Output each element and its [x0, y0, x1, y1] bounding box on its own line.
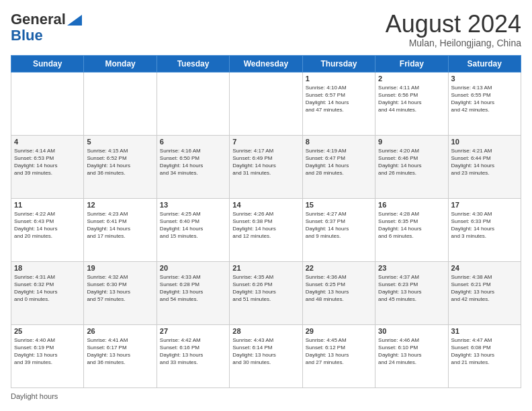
day-info: Sunrise: 4:42 AM Sunset: 6:16 PM Dayligh…	[160, 336, 226, 367]
day-number: 26	[87, 327, 153, 335]
day-number: 23	[378, 264, 445, 272]
page: General Blue August 2024 Mulan, Heilongj…	[0, 0, 532, 411]
table-row: 8Sunrise: 4:19 AM Sunset: 6:47 PM Daylig…	[302, 135, 375, 198]
day-number: 28	[232, 327, 299, 335]
day-number: 8	[306, 138, 372, 146]
day-number: 3	[451, 75, 518, 83]
table-row: 28Sunrise: 4:43 AM Sunset: 6:14 PM Dayli…	[230, 324, 302, 387]
day-number: 21	[232, 264, 299, 272]
table-row: 12Sunrise: 4:23 AM Sunset: 6:41 PM Dayli…	[84, 198, 157, 261]
day-number: 25	[14, 327, 81, 335]
col-saturday: Saturday	[448, 55, 521, 72]
day-info: Sunrise: 4:26 AM Sunset: 6:38 PM Dayligh…	[232, 210, 299, 240]
day-info: Sunrise: 4:22 AM Sunset: 6:43 PM Dayligh…	[14, 210, 81, 240]
day-number: 1	[306, 75, 372, 83]
col-tuesday: Tuesday	[157, 55, 229, 72]
daylight-label: Daylight hours	[11, 392, 58, 400]
day-info: Sunrise: 4:19 AM Sunset: 6:47 PM Dayligh…	[306, 147, 372, 177]
day-number: 7	[232, 138, 299, 146]
col-wednesday: Wednesday	[230, 55, 302, 72]
table-row: 3Sunrise: 4:13 AM Sunset: 6:55 PM Daylig…	[448, 72, 521, 135]
day-info: Sunrise: 4:31 AM Sunset: 6:32 PM Dayligh…	[14, 273, 81, 304]
calendar-week-row: 18Sunrise: 4:31 AM Sunset: 6:32 PM Dayli…	[11, 261, 521, 324]
day-info: Sunrise: 4:16 AM Sunset: 6:50 PM Dayligh…	[160, 147, 226, 177]
day-number: 12	[87, 201, 153, 209]
table-row: 5Sunrise: 4:15 AM Sunset: 6:52 PM Daylig…	[84, 135, 157, 198]
day-info: Sunrise: 4:32 AM Sunset: 6:30 PM Dayligh…	[87, 273, 153, 304]
day-info: Sunrise: 4:40 AM Sunset: 6:19 PM Dayligh…	[14, 336, 81, 367]
table-row: 11Sunrise: 4:22 AM Sunset: 6:43 PM Dayli…	[11, 198, 84, 261]
table-row	[230, 72, 302, 135]
col-thursday: Thursday	[302, 55, 375, 72]
table-row: 15Sunrise: 4:27 AM Sunset: 6:37 PM Dayli…	[302, 198, 375, 261]
logo-line1: General	[11, 11, 82, 28]
day-info: Sunrise: 4:43 AM Sunset: 6:14 PM Dayligh…	[232, 336, 299, 367]
calendar-header-row: Sunday Monday Tuesday Wednesday Thursday…	[11, 55, 521, 72]
day-number: 9	[378, 138, 445, 146]
table-row: 2Sunrise: 4:11 AM Sunset: 6:56 PM Daylig…	[375, 72, 448, 135]
table-row: 16Sunrise: 4:28 AM Sunset: 6:35 PM Dayli…	[375, 198, 448, 261]
table-row: 24Sunrise: 4:38 AM Sunset: 6:21 PM Dayli…	[448, 261, 521, 324]
table-row: 26Sunrise: 4:41 AM Sunset: 6:17 PM Dayli…	[84, 324, 157, 387]
table-row	[11, 72, 84, 135]
day-number: 27	[160, 327, 226, 335]
col-friday: Friday	[375, 55, 448, 72]
footer: Daylight hours	[11, 392, 521, 400]
day-number: 4	[14, 138, 81, 146]
day-info: Sunrise: 4:45 AM Sunset: 6:12 PM Dayligh…	[306, 336, 372, 367]
table-row: 14Sunrise: 4:26 AM Sunset: 6:38 PM Dayli…	[230, 198, 302, 261]
table-row: 4Sunrise: 4:14 AM Sunset: 6:53 PM Daylig…	[11, 135, 84, 198]
day-info: Sunrise: 4:15 AM Sunset: 6:52 PM Dayligh…	[87, 147, 153, 177]
header: General Blue August 2024 Mulan, Heilongj…	[11, 11, 521, 48]
day-number: 29	[306, 327, 372, 335]
table-row: 20Sunrise: 4:33 AM Sunset: 6:28 PM Dayli…	[157, 261, 229, 324]
day-info: Sunrise: 4:23 AM Sunset: 6:41 PM Dayligh…	[87, 210, 153, 240]
table-row: 9Sunrise: 4:20 AM Sunset: 6:46 PM Daylig…	[375, 135, 448, 198]
day-number: 14	[232, 201, 299, 209]
table-row: 30Sunrise: 4:46 AM Sunset: 6:10 PM Dayli…	[375, 324, 448, 387]
table-row	[157, 72, 229, 135]
calendar-table: Sunday Monday Tuesday Wednesday Thursday…	[11, 55, 521, 388]
table-row: 13Sunrise: 4:25 AM Sunset: 6:40 PM Dayli…	[157, 198, 229, 261]
day-info: Sunrise: 4:35 AM Sunset: 6:26 PM Dayligh…	[232, 273, 299, 304]
day-info: Sunrise: 4:11 AM Sunset: 6:56 PM Dayligh…	[378, 84, 445, 114]
day-number: 11	[14, 201, 81, 209]
table-row: 29Sunrise: 4:45 AM Sunset: 6:12 PM Dayli…	[302, 324, 375, 387]
day-number: 5	[87, 138, 153, 146]
svg-marker-0	[67, 15, 82, 26]
day-number: 22	[306, 264, 372, 272]
table-row: 25Sunrise: 4:40 AM Sunset: 6:19 PM Dayli…	[11, 324, 84, 387]
day-number: 10	[451, 138, 518, 146]
table-row: 23Sunrise: 4:37 AM Sunset: 6:23 PM Dayli…	[375, 261, 448, 324]
day-info: Sunrise: 4:46 AM Sunset: 6:10 PM Dayligh…	[378, 336, 445, 367]
day-number: 20	[160, 264, 226, 272]
day-info: Sunrise: 4:37 AM Sunset: 6:23 PM Dayligh…	[378, 273, 445, 304]
day-number: 24	[451, 264, 518, 272]
calendar-week-row: 11Sunrise: 4:22 AM Sunset: 6:43 PM Dayli…	[11, 198, 521, 261]
day-info: Sunrise: 4:27 AM Sunset: 6:37 PM Dayligh…	[306, 210, 372, 240]
table-row	[84, 72, 157, 135]
day-info: Sunrise: 4:30 AM Sunset: 6:33 PM Dayligh…	[451, 210, 518, 240]
table-row: 21Sunrise: 4:35 AM Sunset: 6:26 PM Dayli…	[230, 261, 302, 324]
day-number: 30	[378, 327, 445, 335]
logo-blue: Blue	[11, 28, 43, 43]
col-monday: Monday	[84, 55, 157, 72]
day-number: 31	[451, 327, 518, 335]
table-row: 7Sunrise: 4:17 AM Sunset: 6:49 PM Daylig…	[230, 135, 302, 198]
table-row: 10Sunrise: 4:21 AM Sunset: 6:44 PM Dayli…	[448, 135, 521, 198]
day-info: Sunrise: 4:20 AM Sunset: 6:46 PM Dayligh…	[378, 147, 445, 177]
day-number: 18	[14, 264, 81, 272]
table-row: 1Sunrise: 4:10 AM Sunset: 6:57 PM Daylig…	[302, 72, 375, 135]
table-row: 22Sunrise: 4:36 AM Sunset: 6:25 PM Dayli…	[302, 261, 375, 324]
logo-icon	[67, 15, 82, 26]
calendar-week-row: 25Sunrise: 4:40 AM Sunset: 6:19 PM Dayli…	[11, 324, 521, 387]
day-number: 6	[160, 138, 226, 146]
day-info: Sunrise: 4:21 AM Sunset: 6:44 PM Dayligh…	[451, 147, 518, 177]
table-row: 6Sunrise: 4:16 AM Sunset: 6:50 PM Daylig…	[157, 135, 229, 198]
table-row: 18Sunrise: 4:31 AM Sunset: 6:32 PM Dayli…	[11, 261, 84, 324]
calendar-week-row: 4Sunrise: 4:14 AM Sunset: 6:53 PM Daylig…	[11, 135, 521, 198]
day-info: Sunrise: 4:47 AM Sunset: 6:08 PM Dayligh…	[451, 336, 518, 367]
location: Mulan, Heilongjiang, China	[386, 38, 521, 48]
day-info: Sunrise: 4:38 AM Sunset: 6:21 PM Dayligh…	[451, 273, 518, 304]
day-info: Sunrise: 4:36 AM Sunset: 6:25 PM Dayligh…	[306, 273, 372, 304]
